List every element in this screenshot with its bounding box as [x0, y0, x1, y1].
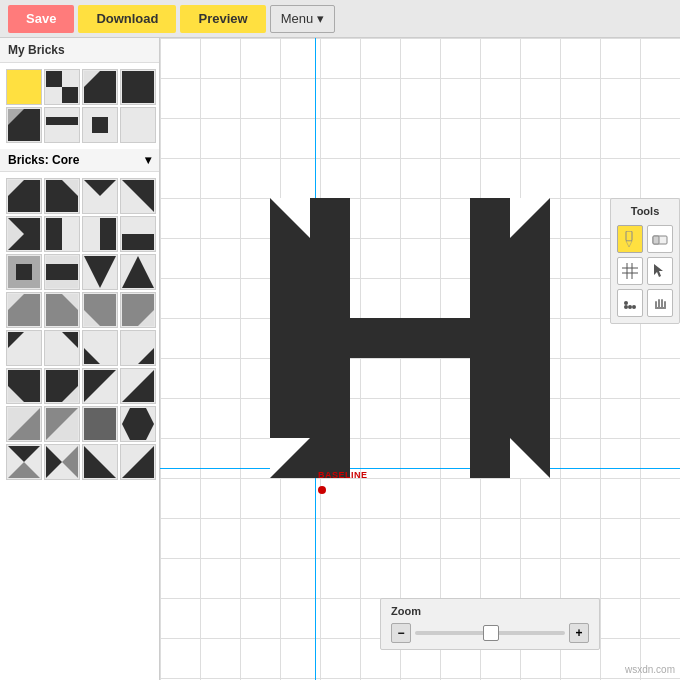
list-item[interactable]	[6, 216, 42, 252]
list-item[interactable]	[6, 330, 42, 366]
list-item[interactable]	[6, 254, 42, 290]
svg-marker-55	[84, 446, 116, 478]
download-button[interactable]: Download	[78, 5, 176, 33]
list-item[interactable]	[44, 368, 80, 404]
list-item[interactable]	[82, 69, 118, 105]
svg-marker-58	[626, 241, 632, 247]
svg-marker-34	[8, 332, 24, 348]
list-item[interactable]	[82, 406, 118, 442]
list-item[interactable]	[44, 254, 80, 290]
my-bricks-grid	[0, 63, 159, 149]
list-item[interactable]	[120, 254, 156, 290]
eraser-tool-button[interactable]	[647, 225, 673, 253]
menu-label: Menu	[281, 11, 314, 26]
list-item[interactable]	[44, 330, 80, 366]
list-item[interactable]	[6, 406, 42, 442]
tools-row-1	[617, 225, 673, 253]
list-item[interactable]	[82, 444, 118, 480]
h-corner	[510, 198, 550, 238]
svg-point-67	[628, 305, 632, 309]
list-item[interactable]	[82, 330, 118, 366]
list-item[interactable]	[44, 178, 80, 214]
menu-button[interactable]: Menu ▾	[270, 5, 336, 33]
tools-title: Tools	[617, 205, 673, 217]
pencil-tool-button[interactable]	[617, 225, 643, 253]
svg-marker-49	[84, 408, 116, 440]
list-item[interactable]	[44, 406, 80, 442]
zoom-thumb[interactable]	[483, 625, 499, 641]
list-item[interactable]	[6, 178, 42, 214]
svg-marker-24	[84, 256, 116, 288]
preview-button[interactable]: Preview	[180, 5, 265, 33]
list-item[interactable]	[82, 178, 118, 214]
list-item[interactable]	[6, 368, 42, 404]
select-tool-button[interactable]	[647, 257, 673, 285]
list-item[interactable]	[82, 254, 118, 290]
svg-marker-17	[46, 218, 62, 250]
list-item[interactable]	[44, 69, 80, 105]
list-item[interactable]	[120, 178, 156, 214]
svg-rect-7	[46, 117, 78, 125]
h-corner	[270, 438, 310, 478]
zoom-title: Zoom	[391, 605, 589, 617]
svg-marker-19	[122, 234, 154, 250]
h-block	[470, 278, 550, 318]
svg-rect-57	[626, 231, 632, 241]
list-item[interactable]	[44, 444, 80, 480]
hand-tool-button[interactable]	[647, 289, 673, 317]
list-item[interactable]	[82, 292, 118, 328]
chevron-down-icon: ▾	[317, 11, 324, 26]
move-tool-button[interactable]	[617, 289, 643, 317]
svg-rect-1	[62, 87, 78, 103]
list-item[interactable]	[120, 444, 156, 480]
list-item[interactable]	[44, 107, 80, 143]
svg-point-68	[624, 301, 628, 305]
list-item[interactable]	[6, 444, 42, 480]
list-item[interactable]	[6, 107, 42, 143]
list-item[interactable]	[120, 69, 156, 105]
main-layout: My Bricks	[0, 38, 680, 680]
zoom-controls: − +	[391, 623, 589, 643]
list-item[interactable]	[120, 292, 156, 328]
svg-rect-60	[653, 236, 659, 244]
h-corner	[510, 438, 550, 478]
list-item[interactable]	[120, 406, 156, 442]
svg-marker-50	[122, 408, 154, 440]
bricks-dropdown-icon[interactable]: ▾	[145, 153, 151, 167]
svg-marker-54	[62, 446, 78, 478]
svg-marker-36	[84, 348, 100, 364]
zoom-in-button[interactable]: +	[569, 623, 589, 643]
list-item[interactable]	[44, 292, 80, 328]
svg-marker-56	[122, 446, 154, 478]
canvas-area[interactable]: BASELINE Tools	[160, 38, 680, 680]
zoom-out-button[interactable]: −	[391, 623, 411, 643]
list-item[interactable]	[120, 107, 156, 143]
svg-marker-52	[8, 462, 40, 478]
svg-rect-21	[16, 264, 32, 280]
h-block	[270, 278, 350, 318]
svg-rect-0	[46, 71, 62, 87]
baseline-dot	[318, 486, 326, 494]
svg-marker-43	[122, 370, 154, 402]
save-button[interactable]: Save	[8, 5, 74, 33]
h-block	[270, 318, 550, 358]
bricks-section-header: Bricks: Core ▾	[0, 149, 159, 172]
list-item[interactable]	[120, 216, 156, 252]
zoom-slider[interactable]	[415, 631, 565, 635]
toolbar: Save Download Preview Menu ▾	[0, 0, 680, 38]
svg-marker-35	[62, 332, 78, 348]
list-item[interactable]	[82, 107, 118, 143]
list-item[interactable]	[120, 330, 156, 366]
svg-rect-8	[92, 117, 108, 133]
list-item[interactable]	[82, 216, 118, 252]
my-bricks-title: My Bricks	[0, 38, 159, 63]
tools-row-2	[617, 257, 673, 285]
list-item[interactable]	[6, 292, 42, 328]
list-item[interactable]	[44, 216, 80, 252]
list-item[interactable]	[120, 368, 156, 404]
list-item[interactable]	[6, 69, 42, 105]
grid-tool-button[interactable]	[617, 257, 643, 285]
svg-marker-53	[46, 446, 62, 478]
tools-panel: Tools	[610, 198, 680, 324]
list-item[interactable]	[82, 368, 118, 404]
